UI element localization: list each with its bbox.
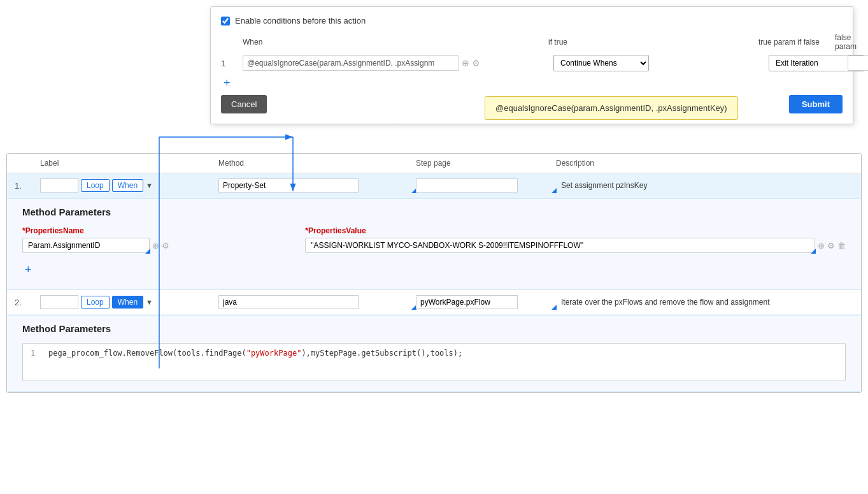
- method-params-title-1: Method Parameters: [22, 207, 846, 217]
- properties-name-group: *PropertiesName ⊕ ⚙: [22, 226, 292, 253]
- code-start: pega_procom_flow.RemoveFlow(tools.findPa…: [48, 349, 246, 358]
- row-1-controls: Loop When ▼: [40, 178, 123, 193]
- step-row-2: 2. Loop When ▼ Iterate over the pxFlows …: [7, 290, 861, 315]
- step-num-2: 2.: [15, 298, 40, 307]
- false-param-input[interactable]: [848, 55, 868, 71]
- step-1-method-input[interactable]: [218, 178, 359, 193]
- code-line-num: 1: [31, 349, 41, 358]
- properties-value-input-wrapper: [305, 238, 815, 253]
- gear-icon[interactable]: ⚙: [472, 58, 480, 68]
- true-param-if-false-header: true param if false: [758, 38, 835, 47]
- code-line-1: 1 pega_procom_flow.RemoveFlow(tools.find…: [31, 349, 837, 358]
- conditions-panel: Enable conditions before this action Whe…: [210, 6, 853, 124]
- when-column-header: When: [243, 38, 497, 47]
- row-2-controls: Loop When ▼: [40, 295, 123, 309]
- false-param-header: false param: [835, 33, 854, 51]
- step-2-chevron-button[interactable]: ▼: [146, 298, 153, 306]
- properties-value-target-icon[interactable]: ⊕: [818, 241, 825, 251]
- properties-name-input-wrapper: [22, 238, 150, 253]
- when-condition-input[interactable]: [243, 55, 459, 71]
- step-1-loop-button[interactable]: Loop: [81, 179, 110, 192]
- add-condition-button[interactable]: +: [221, 76, 233, 90]
- conditions-header: When if true true param if false false p…: [221, 33, 843, 51]
- properties-value-gear-icon[interactable]: ⚙: [827, 241, 835, 251]
- method-col-header: Method: [218, 159, 416, 168]
- properties-value-label: *PropertiesValue: [305, 226, 846, 235]
- add-param-button-1[interactable]: +: [22, 261, 34, 279]
- step-1-page-input[interactable]: [416, 178, 518, 193]
- code-content: pega_procom_flow.RemoveFlow(tools.findPa…: [48, 349, 462, 358]
- step-2-page-input[interactable]: [416, 295, 518, 309]
- step-2-when-button[interactable]: When: [112, 296, 143, 309]
- code-highlight: "pyWorkPage": [246, 349, 302, 358]
- if-true-column-header: if true: [548, 38, 657, 47]
- enable-conditions-label: Enable conditions before this action: [235, 16, 366, 25]
- step-1-chevron-button[interactable]: ▼: [146, 182, 153, 189]
- target-icon[interactable]: ⊕: [462, 58, 469, 68]
- properties-name-label: *PropertiesName: [22, 226, 292, 235]
- page-container: Enable conditions before this action Whe…: [0, 0, 868, 494]
- condition-tooltip: @equalsIgnoreCase(param.AssignmentID, .p…: [485, 96, 738, 120]
- row-number: 1: [221, 59, 240, 68]
- step-1-description: Set assignment pzInsKey: [556, 181, 853, 190]
- step-page-col-header: Step page: [416, 159, 556, 168]
- enable-conditions-checkbox[interactable]: [221, 17, 230, 25]
- code-end: ),myStepPage.getSubscript(),tools);: [301, 349, 462, 358]
- step-1-label-input[interactable]: [40, 178, 78, 193]
- step-row-1: 1. Loop When ▼ Set assignment pzInsKey: [7, 173, 861, 198]
- properties-value-input[interactable]: [305, 238, 815, 253]
- step-2-description: Iterate over the pxFlows and remove the …: [556, 298, 853, 307]
- condition-row-1: 1 ⊕ ⚙ Continue Whens Stop Exit Exit Iter…: [221, 55, 843, 71]
- description-col-header: Description: [556, 159, 853, 168]
- table-header: Label Method Step page Description: [7, 154, 861, 173]
- step-num-1: 1.: [15, 181, 40, 191]
- cancel-button[interactable]: Cancel: [221, 95, 267, 113]
- step-1-when-button[interactable]: When: [112, 179, 143, 192]
- method-params-section-2: Method Parameters 1 pega_procom_flow.Rem…: [7, 315, 861, 392]
- properties-name-input[interactable]: [22, 238, 150, 253]
- properties-name-gear-icon[interactable]: ⚙: [162, 241, 169, 251]
- submit-button[interactable]: Submit: [789, 95, 843, 113]
- properties-value-delete-icon[interactable]: 🗑: [837, 241, 846, 251]
- tooltip-text: @equalsIgnoreCase(param.AssignmentID, .p…: [495, 103, 727, 113]
- method-params-section-1: Method Parameters *PropertiesName ⊕ ⚙ *P…: [7, 198, 861, 290]
- enable-conditions-row: Enable conditions before this action: [221, 16, 843, 25]
- step-2-method-input[interactable]: [218, 295, 359, 309]
- label-col-header: Label: [40, 159, 123, 168]
- if-true-select[interactable]: Continue Whens Stop Exit: [553, 55, 649, 71]
- code-editor[interactable]: 1 pega_procom_flow.RemoveFlow(tools.find…: [22, 343, 846, 381]
- properties-value-group: *PropertiesValue ⊕ ⚙ 🗑: [305, 226, 846, 253]
- step-2-loop-button[interactable]: Loop: [81, 296, 110, 309]
- params-row-1: *PropertiesName ⊕ ⚙ *PropertiesValue: [22, 226, 846, 253]
- step-2-label-input[interactable]: [40, 295, 78, 309]
- properties-name-target-icon[interactable]: ⊕: [152, 241, 159, 251]
- main-table: Label Method Step page Description 1. Lo…: [6, 153, 862, 393]
- method-params-title-2: Method Parameters: [22, 323, 846, 334]
